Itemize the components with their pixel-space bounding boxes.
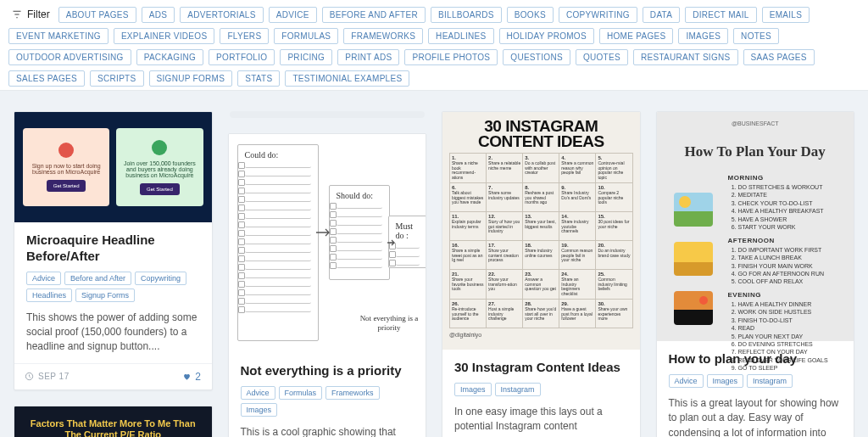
chip[interactable]: Advice bbox=[669, 374, 704, 388]
filter-tag[interactable]: FORMULAS bbox=[274, 28, 338, 44]
filter-tag[interactable]: BEFORE AND AFTER bbox=[322, 7, 426, 23]
card-pe-ratio[interactable]: Factors That Matter More To Me Than The … bbox=[14, 406, 213, 437]
chip[interactable]: Advice bbox=[241, 386, 275, 400]
chip[interactable]: Headlines bbox=[26, 289, 72, 302]
card-chips: AdviceFormulasFrameworksImages bbox=[241, 386, 415, 417]
filter-tag[interactable]: HOME PAGES bbox=[599, 28, 674, 44]
filter-tag[interactable]: PROFILE PHOTOS bbox=[404, 49, 498, 65]
card-thumb: Factors That Matter More To Me Than The … bbox=[14, 406, 212, 437]
chip[interactable]: Frameworks bbox=[326, 386, 380, 400]
filter-tag[interactable]: BILLBOARDS bbox=[431, 7, 502, 23]
card-instagram-ideas[interactable]: 30 INSTAGRAM CONTENT IDEAS 1.Share a nic… bbox=[442, 111, 641, 437]
filter-bar: Filter ABOUT PAGESADSADVERTORIALSADVICEB… bbox=[0, 0, 868, 91]
filter-lead: Filter bbox=[8, 7, 53, 22]
like-button[interactable]: 2 bbox=[182, 371, 201, 383]
card-excerpt: This is a great layout for showing how t… bbox=[669, 396, 843, 437]
filter-tag[interactable]: FLYERS bbox=[220, 28, 269, 44]
filter-tag[interactable]: BOOKS bbox=[507, 7, 554, 23]
chip[interactable]: Instagram bbox=[495, 383, 541, 396]
card-thumb: @BUSINESFACT How To Plan Your Day MORNIN… bbox=[657, 112, 854, 341]
filter-tag[interactable]: SIGNUP FORMS bbox=[149, 70, 233, 87]
filter-tag[interactable]: EMAILS bbox=[762, 7, 810, 23]
card-title[interactable]: Not everything is a priority bbox=[241, 363, 415, 379]
filter-tag[interactable]: TESTIMONIAL EXAMPLES bbox=[285, 70, 409, 87]
chip[interactable]: Advice bbox=[26, 272, 61, 285]
card-thumb: Sign up now to start doing business on M… bbox=[14, 112, 212, 222]
filter-tag[interactable]: PRICING bbox=[280, 49, 332, 65]
filter-tag[interactable]: SALES PAGES bbox=[8, 70, 85, 87]
card-excerpt: In one easy image this lays out a potent… bbox=[454, 405, 628, 437]
chip[interactable]: Images bbox=[707, 374, 744, 388]
filter-tag[interactable]: DATA bbox=[643, 7, 680, 23]
filter-tag[interactable]: ADS bbox=[142, 7, 175, 23]
filter-tag[interactable]: PACKAGING bbox=[136, 49, 203, 65]
chip[interactable]: Before and After bbox=[64, 272, 131, 285]
filter-tag[interactable]: NOTES bbox=[733, 28, 779, 44]
filter-tag[interactable]: ADVERTORIALS bbox=[180, 7, 263, 23]
filter-tag[interactable]: HEADLINES bbox=[428, 28, 493, 44]
chip[interactable]: Copywriting bbox=[135, 272, 186, 285]
filter-tag[interactable]: PRINT ADS bbox=[337, 49, 399, 65]
filter-tag[interactable]: ADVICE bbox=[269, 7, 317, 23]
dark-heading: Factors That Matter More To Me Than The … bbox=[25, 418, 202, 437]
filter-tag[interactable]: PORTFOLIO bbox=[209, 49, 275, 65]
chip[interactable]: Instagram bbox=[747, 374, 793, 388]
card-title[interactable]: 30 Instagram Content Ideas bbox=[454, 360, 628, 376]
filter-icon bbox=[12, 9, 22, 20]
card-chips: ImagesInstagram bbox=[454, 383, 628, 396]
filter-label: Filter bbox=[27, 8, 50, 20]
card-excerpt: This is a cool graphic showing that you … bbox=[241, 425, 415, 437]
filter-tag[interactable]: OUTDOOR ADVERTISING bbox=[8, 49, 131, 65]
chip[interactable]: Images bbox=[454, 383, 492, 396]
card-priority[interactable]: Could do: Should do: Must do : Not every… bbox=[228, 133, 427, 437]
filter-tag[interactable]: HOLIDAY PROMOS bbox=[499, 28, 594, 44]
filter-tag[interactable]: IMAGES bbox=[678, 28, 728, 44]
filter-tag[interactable]: SAAS PAGES bbox=[743, 49, 815, 65]
card-excerpt: This shows the power of adding some soci… bbox=[26, 311, 200, 355]
card-thumb: Could do: Should do: Must do : Not every… bbox=[229, 134, 426, 353]
filter-tag[interactable]: STATS bbox=[237, 70, 280, 87]
filter-tag[interactable]: SCRIPTS bbox=[90, 70, 143, 87]
chip[interactable]: Formulas bbox=[279, 386, 323, 400]
card-thumb: 30 INSTAGRAM CONTENT IDEAS 1.Share a nic… bbox=[442, 112, 640, 350]
card-plan-day[interactable]: @BUSINESFACT How To Plan Your Day MORNIN… bbox=[656, 111, 855, 437]
filter-tag[interactable]: DIRECT MAIL bbox=[685, 7, 756, 23]
chip[interactable]: Images bbox=[241, 403, 278, 417]
card-title[interactable]: Microaquire Headline Before/After bbox=[26, 233, 200, 265]
filter-tag[interactable]: EVENT MARKETING bbox=[8, 28, 108, 44]
card-grid: Sign up now to start doing business on M… bbox=[0, 91, 868, 437]
filter-tag[interactable]: ABOUT PAGES bbox=[58, 7, 136, 23]
card-date: SEP 17 bbox=[25, 372, 70, 381]
filter-tag[interactable]: RESTAURANT SIGNS bbox=[633, 49, 738, 65]
filter-tag[interactable]: FRAMEWORKS bbox=[343, 28, 423, 44]
filter-tag[interactable]: EXPLAINER VIDEOS bbox=[114, 28, 215, 44]
filter-tag[interactable]: QUOTES bbox=[576, 49, 628, 65]
card-chips: AdviceBefore and AfterCopywritingHeadlin… bbox=[26, 272, 200, 302]
filter-tag[interactable]: QUESTIONS bbox=[503, 49, 570, 65]
chip[interactable]: Signup Forms bbox=[75, 289, 135, 302]
filter-tag[interactable]: COPYWRITING bbox=[559, 7, 637, 23]
card-microacquire[interactable]: Sign up now to start doing business on M… bbox=[14, 111, 213, 390]
loading-bar bbox=[230, 111, 426, 118]
